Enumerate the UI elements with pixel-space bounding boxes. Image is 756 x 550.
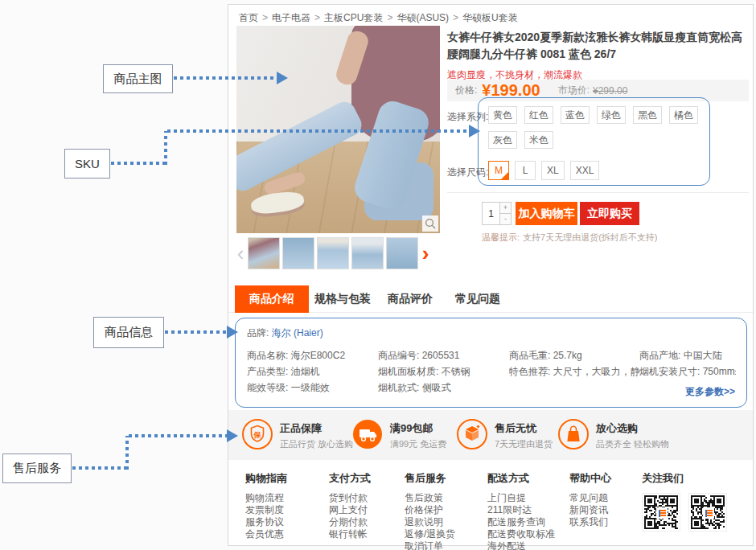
more-params-link[interactable]: 更多参数>> (685, 385, 735, 399)
annotation-arrowhead-icon (227, 429, 238, 442)
brand-row: 品牌: 海尔 (Haier) (247, 326, 323, 340)
breadcrumb-current: 华硕板U套装 (462, 12, 518, 23)
spec-cell: 特色推荐: 大尺寸，大吸力，静音... (509, 365, 639, 381)
spec-cell: 商品产地: 中国大陆 (639, 349, 736, 365)
spec-label: 烟机款式: (378, 382, 419, 393)
product-thumbnail[interactable] (317, 237, 349, 269)
footer-link[interactable]: 海外配送 (487, 541, 555, 550)
tip-label: 温馨提示: (482, 232, 520, 242)
screenshot-root: 首页>电子电器>主板CPU套装>华硕(ASUS)>华硕板U套装 ‹ (0, 0, 756, 550)
footer-link[interactable]: 上门自提 (487, 493, 555, 503)
color-swatch-gray[interactable]: 灰色 (488, 131, 517, 149)
qr-code-group (642, 493, 727, 532)
footer-link[interactable]: 常见问题 (569, 493, 611, 503)
breadcrumb: 首页>电子电器>主板CPU套装>华硕(ASUS)>华硕板U套装 (239, 11, 518, 25)
color-swatch-blue[interactable]: 蓝色 (561, 106, 590, 124)
spec-label: 烟机安装尺寸: (639, 366, 700, 377)
spec-value: 一级能效 (291, 382, 330, 393)
spec-cell: 烟机安装尺寸: 750mm±50mm（烟... (639, 365, 736, 381)
breadcrumb-category2[interactable]: 主板CPU套装 (324, 12, 383, 23)
footer-link[interactable]: 配送费收取标准 (487, 529, 555, 540)
quantity-input[interactable]: 1 (482, 202, 500, 225)
footer-link[interactable]: 售后政策 (405, 493, 455, 503)
spec-label: 产品类型: (247, 366, 288, 377)
footer-link[interactable]: 服务协议 (245, 517, 287, 527)
footer-heading: 售后服务 (405, 471, 455, 486)
annotation-main-image-label: 商品主图 (103, 64, 173, 93)
product-title: 女裤牛仔裤女2020夏季新款泫雅长裤女韩版显瘦直筒宽松高腰阔腿九分牛仔裤 008… (447, 29, 751, 63)
footer-link[interactable]: 联系我们 (569, 517, 611, 527)
spec-value: 750mm±50mm（烟... (703, 366, 736, 377)
footer-link[interactable]: 银行转帐 (329, 529, 371, 540)
color-swatch-red[interactable]: 红色 (524, 106, 553, 124)
thumbnails-next-button[interactable]: › (418, 237, 433, 269)
footer-link[interactable]: 货到付款 (329, 493, 371, 503)
tab-spec-packaging[interactable]: 规格与包装 (309, 285, 376, 313)
return-policy-tip: 温馨提示:支持7天无理由退货(拆封后不支持) (482, 232, 658, 244)
product-thumbnail[interactable] (248, 237, 280, 269)
size-option-l[interactable]: L (515, 161, 536, 180)
shopping-bag-icon (557, 418, 590, 454)
breadcrumb-category1[interactable]: 电子电器 (272, 12, 310, 23)
spec-value: 油烟机 (291, 366, 320, 377)
footer-heading: 支付方式 (329, 471, 371, 486)
annotation-dotted-line (72, 466, 129, 470)
thumbnail-strip: ‹ › (233, 236, 439, 270)
add-to-cart-button[interactable]: 加入购物车 (516, 202, 577, 225)
size-option-xxl[interactable]: XXL (570, 161, 600, 180)
annotation-dotted-line (165, 330, 227, 334)
size-option-m-selected[interactable]: M (488, 161, 509, 180)
tab-reviews[interactable]: 商品评价 (376, 285, 444, 313)
market-price-value: ¥299.00 (593, 85, 627, 96)
buy-now-button[interactable]: 立即购买 (580, 202, 639, 225)
product-thumbnail[interactable] (351, 237, 384, 269)
tab-product-intro[interactable]: 商品介绍 (235, 285, 309, 313)
color-swatch-black[interactable]: 黑色 (633, 106, 662, 124)
annotation-dotted-line (167, 129, 469, 133)
color-swatch-group: 黄色 红色 蓝色 绿色 黑色 橘色 灰色 米色 (488, 106, 701, 149)
annotation-dotted-line (129, 434, 227, 437)
footer-link[interactable]: 返修/退换货 (405, 529, 455, 540)
footer-link[interactable]: 会员优惠 (245, 529, 287, 540)
qr-code (642, 493, 680, 532)
footer-link[interactable]: 取消订单 (405, 541, 455, 550)
quantity-increase-button[interactable]: + (500, 202, 512, 214)
color-swatch-green[interactable]: 绿色 (597, 106, 626, 124)
service-item-easy-shopping: 放心选购 品类齐全 轻松购物 (557, 418, 669, 454)
footer-heading: 配送方式 (487, 471, 555, 486)
section-divider (447, 192, 749, 193)
footer-link[interactable]: 配送服务查询 (487, 517, 555, 527)
footer-column-shopping-guide: 购物指南 购物流程 发票制度 服务协议 会员优惠 (245, 471, 287, 541)
footer-link[interactable]: 发票制度 (245, 505, 287, 515)
spec-value: 25.7kg (553, 350, 582, 361)
spec-label: 商品编号: (378, 350, 419, 361)
footer-link[interactable]: 211限时达 (487, 505, 555, 515)
spec-value: 侧吸式 (422, 382, 451, 393)
footer-link[interactable]: 分期付款 (329, 517, 371, 527)
truck-icon (351, 418, 384, 454)
breadcrumb-home[interactable]: 首页 (239, 12, 258, 23)
color-swatch-beige[interactable]: 米色 (524, 131, 553, 149)
color-swatch-orange[interactable]: 橘色 (669, 106, 698, 124)
footer-link[interactable]: 价格保护 (405, 505, 455, 515)
footer-column-follow-us: 关注我们 (642, 471, 727, 532)
footer-link[interactable]: 新闻资讯 (569, 505, 611, 515)
thumbnails-prev-button[interactable]: ‹ (233, 237, 248, 269)
quantity-decrease-button[interactable]: - (500, 214, 512, 225)
price-label: 价格: (455, 84, 477, 97)
product-info-highlight-box: 品牌: 海尔 (Haier) 商品名称: 海尔E800C2 商品编号: 2605… (235, 318, 747, 408)
footer-link[interactable]: 退款说明 (405, 517, 455, 527)
magnifier-icon[interactable] (422, 215, 438, 232)
footer-link[interactable]: 购物流程 (245, 493, 287, 503)
spec-cell: 商品名称: 海尔E800C2 (247, 349, 378, 365)
footer-link[interactable]: 网上支付 (329, 505, 371, 515)
breadcrumb-brand[interactable]: 华硕(ASUS) (396, 12, 449, 23)
color-swatch-yellow[interactable]: 黄色 (488, 106, 517, 124)
product-thumbnail[interactable] (386, 237, 418, 269)
svg-text:保: 保 (253, 431, 262, 439)
annotation-arrowhead-icon (469, 125, 480, 138)
product-thumbnail[interactable] (282, 237, 314, 269)
brand-link[interactable]: 海尔 (Haier) (272, 327, 323, 339)
tab-faq[interactable]: 常见问题 (444, 285, 512, 313)
size-option-xl[interactable]: XL (541, 161, 565, 180)
